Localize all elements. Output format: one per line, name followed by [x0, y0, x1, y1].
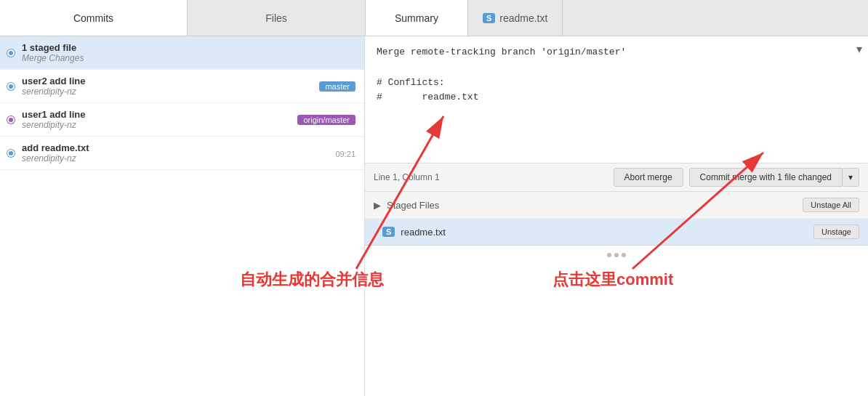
- commit-dot: [7, 83, 15, 90]
- commit-title: add readme.txt: [22, 142, 89, 153]
- summary-text: Merge remote-tracking branch 'origin/mas…: [377, 45, 856, 105]
- commit-item[interactable]: add readme.txt serendipity-nz 09:21: [0, 137, 364, 170]
- commit-item[interactable]: user1 add line serendipity-nz origin/mas…: [0, 103, 364, 137]
- tab-summary[interactable]: Summary: [366, 0, 468, 36]
- commit-item[interactable]: 1 staged file Merge Changes: [0, 36, 364, 70]
- tab-commits-label: Commits: [73, 12, 113, 24]
- commit-subtitle: Merge Changes: [22, 53, 355, 63]
- unstage-all-button[interactable]: Unstage All: [803, 198, 859, 212]
- commits-panel: 1 staged file Merge Changes user2 add li…: [0, 36, 365, 396]
- commit-item[interactable]: user2 add line serendipity-nz master: [0, 70, 364, 103]
- commit-branch-badge: master: [319, 81, 355, 92]
- tab-readme[interactable]: S readme.txt: [468, 0, 563, 36]
- commit-branch-badge: origin/master: [297, 115, 355, 125]
- tab-summary-label: Summary: [395, 12, 438, 24]
- staged-arrow-icon: ▶: [374, 200, 381, 211]
- dot: [622, 253, 626, 257]
- commit-dot: [7, 150, 15, 157]
- commit-time: 09:21: [335, 150, 355, 158]
- staged-title: Staged Files: [387, 200, 803, 211]
- tab-files[interactable]: Files: [188, 0, 366, 36]
- staged-section: ▶ Staged Files Unstage All S readme.txt …: [365, 192, 868, 396]
- action-bar: Line 1, Column 1 Abort merge Commit merg…: [365, 163, 868, 192]
- commit-subtitle: serendipity-nz: [22, 120, 85, 130]
- dots-row: [365, 246, 868, 264]
- summary-panel: Merge remote-tracking branch 'origin/mas…: [365, 36, 868, 396]
- main-content: 1 staged file Merge Changes user2 add li…: [0, 36, 868, 396]
- tab-commits[interactable]: Commits: [0, 0, 188, 36]
- abort-merge-button[interactable]: Abort merge: [614, 168, 683, 187]
- commit-dot: [7, 116, 15, 124]
- dot: [614, 253, 619, 257]
- summary-editor[interactable]: Merge remote-tracking branch 'origin/mas…: [365, 36, 868, 163]
- tab-bar: Commits Files Summary S readme.txt: [0, 0, 868, 36]
- commit-title: 1 staged file: [22, 42, 355, 53]
- readme-s-badge: S: [483, 13, 495, 23]
- commit-dropdown-button[interactable]: ▾: [843, 168, 859, 187]
- unstage-button[interactable]: Unstage: [813, 225, 859, 239]
- commit-title: user1 add line: [22, 109, 85, 120]
- dot: [607, 253, 611, 257]
- status-text: Line 1, Column 1: [374, 172, 608, 182]
- staged-file-row[interactable]: S readme.txt Unstage: [365, 219, 868, 246]
- staged-header[interactable]: ▶ Staged Files Unstage All: [365, 192, 868, 219]
- commit-subtitle: serendipity-nz: [22, 153, 89, 163]
- file-name: readme.txt: [401, 227, 813, 238]
- file-status-badge: S: [382, 227, 395, 237]
- tab-files-label: Files: [265, 12, 287, 24]
- commit-title: user2 add line: [22, 76, 85, 86]
- summary-dropdown-icon[interactable]: ▾: [856, 42, 862, 56]
- commit-dot: [7, 49, 15, 57]
- commit-subtitle: serendipity-nz: [22, 86, 85, 97]
- tab-readme-label: readme.txt: [499, 12, 547, 24]
- commit-merge-button[interactable]: Commit merge with 1 file changed: [689, 168, 843, 187]
